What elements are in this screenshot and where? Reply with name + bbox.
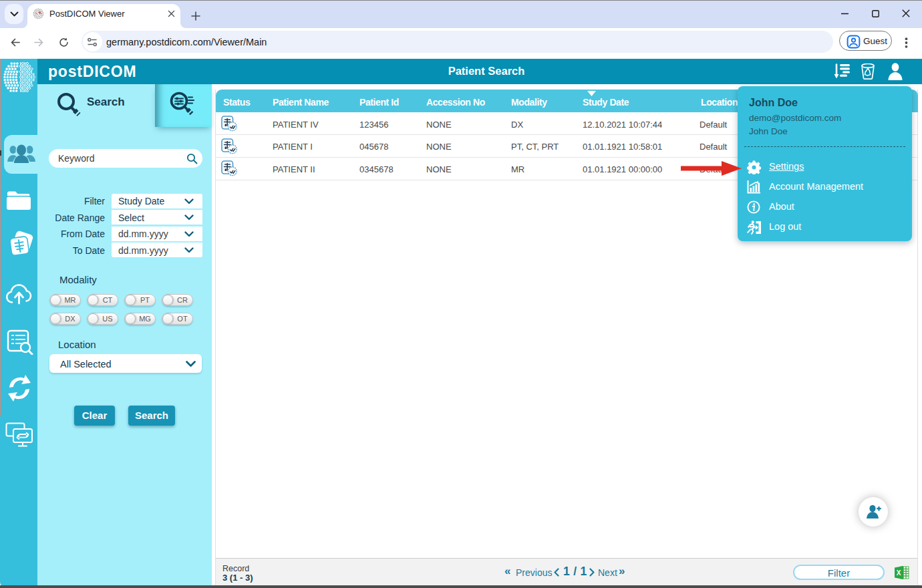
svg-text:X: X <box>897 569 901 577</box>
